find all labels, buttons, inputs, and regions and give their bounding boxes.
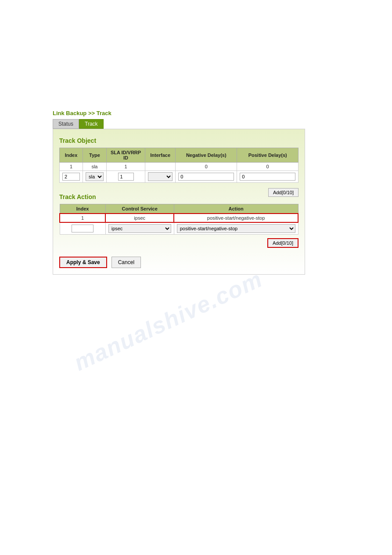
track-action-title: Track Action	[59, 193, 298, 200]
new-neg-delay-cell	[176, 171, 237, 183]
watermark: manualshive.com	[70, 265, 266, 376]
col-index: Index	[60, 148, 83, 163]
row1-interface	[145, 163, 176, 171]
new-sla-id-cell	[106, 171, 145, 183]
action-col-index: Index	[60, 204, 105, 214]
tabs-row: Status Track	[53, 119, 383, 129]
breadcrumb-area: Link Backup >> Track Status Track Track …	[53, 110, 383, 275]
tab-status[interactable]: Status	[53, 119, 79, 129]
action-new-action-cell: positive-start/negative-stop positive-st…	[174, 222, 298, 235]
action-new-action-select[interactable]: positive-start/negative-stop positive-st…	[177, 224, 295, 233]
breadcrumb: Link Backup >> Track	[53, 110, 383, 116]
new-interface-cell	[145, 171, 176, 183]
action-new-index-cell	[60, 222, 105, 235]
new-type-cell: sla vrrp	[83, 171, 107, 183]
track-object-add-row: Add[0/10]	[59, 185, 298, 188]
action-row1-action: positive-start/negative-stop	[174, 214, 298, 222]
row1-type: sla	[83, 163, 107, 171]
col-interface: Interface	[145, 148, 176, 163]
col-neg-delay: Negative Delay(s)	[176, 148, 237, 163]
action-new-control-cell: ipsec	[105, 222, 174, 235]
new-index-cell	[60, 171, 83, 183]
action-new-index-input[interactable]	[72, 225, 94, 232]
main-panel: Track Object Index Type SLA ID/VRRP ID I…	[53, 129, 305, 275]
new-sla-id-input[interactable]	[118, 173, 134, 181]
cancel-button[interactable]: Cancel	[111, 257, 141, 268]
track-action-table: Index Control Service Action 1 ipsec pos…	[59, 204, 298, 235]
track-object-title: Track Object	[59, 137, 298, 144]
new-type-select[interactable]: sla vrrp	[86, 172, 104, 181]
track-object-add-button[interactable]: Add[0/10]	[268, 188, 298, 197]
track-action-add-row: Add[0/10]	[59, 236, 298, 250]
tab-track[interactable]: Track	[79, 119, 104, 129]
new-index-input[interactable]	[62, 173, 80, 181]
action-new-control-select[interactable]: ipsec	[108, 224, 171, 233]
track-object-new-row: sla vrrp	[60, 171, 298, 183]
row1-pos-delay: 0	[237, 163, 298, 171]
action-row1-index: 1	[60, 214, 105, 222]
action-col-action: Action	[174, 204, 298, 214]
bottom-buttons: Apply & Save Cancel	[59, 257, 298, 268]
row1-neg-delay: 0	[176, 163, 237, 171]
col-pos-delay: Positive Delay(s)	[237, 148, 298, 163]
track-action-new-row: ipsec positive-start/negative-stop posit…	[60, 222, 298, 235]
track-action-add-button[interactable]: Add[0/10]	[267, 238, 298, 248]
action-col-control: Control Service	[105, 204, 174, 214]
new-neg-delay-input[interactable]	[178, 173, 234, 181]
col-sla-id: SLA ID/VRRP ID	[106, 148, 145, 163]
apply-save-button[interactable]: Apply & Save	[59, 257, 107, 268]
new-pos-delay-input[interactable]	[240, 173, 295, 181]
row1-sla-id: 1	[106, 163, 145, 171]
table-row: 1 sla 1 0 0	[60, 163, 298, 171]
new-pos-delay-cell	[237, 171, 298, 183]
track-object-table: Index Type SLA ID/VRRP ID Interface Nega…	[59, 148, 298, 183]
new-interface-select[interactable]	[148, 172, 173, 181]
row1-index: 1	[60, 163, 83, 171]
action-row1-control: ipsec	[105, 214, 174, 222]
page-wrapper: Link Backup >> Track Status Track Track …	[0, 0, 392, 555]
track-action-row-1: 1 ipsec positive-start/negative-stop	[60, 214, 298, 222]
col-type: Type	[83, 148, 107, 163]
